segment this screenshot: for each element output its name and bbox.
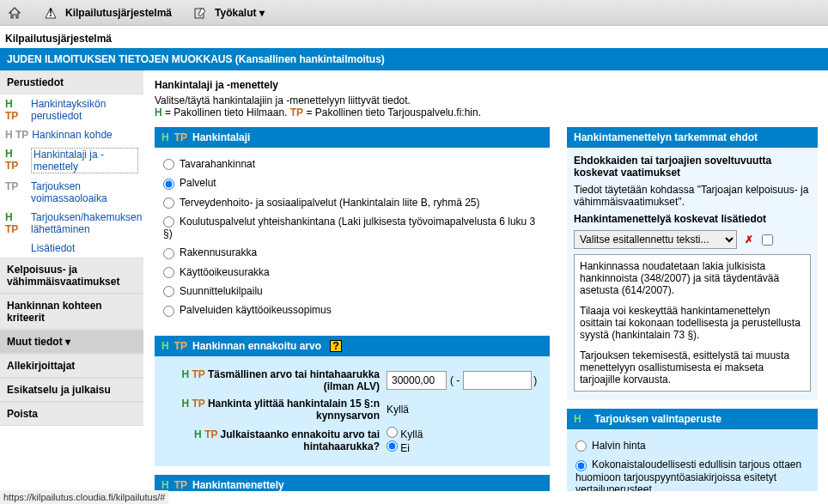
sidebar-item-perustiedot[interactable]: H TP Hankintayksikön perustiedot [0, 94, 143, 125]
breadcrumb: Kilpailutusjärjestelmä [0, 26, 828, 48]
page-title: JUDEN ILMOITUKSEN TIETOJEN MUOKKAUS (Kan… [0, 48, 828, 70]
app-title[interactable]: Kilpailutusjärjestelmä [65, 7, 172, 19]
radio-koulutus[interactable]: Koulutuspalvelut yhteishankintana (Laki … [163, 212, 541, 243]
panel-head-valinta: H Tarjouksen valintaperuste [567, 409, 818, 429]
threshold-value: Kyllä [387, 404, 409, 416]
radio-tavara[interactable]: Tavarahankinnat [163, 155, 541, 173]
radio-rakennus[interactable]: Rakennusurakka [163, 243, 541, 262]
sidebar-section-esik[interactable]: Esikatselu ja julkaisu [0, 378, 143, 402]
valinta-body: Halvin hinta Kokonaistaloudellisesti edu… [567, 429, 818, 491]
sidebar-item-voimassaolo[interactable]: TP Tarjouksen voimassaoloaika [0, 177, 143, 208]
sidebar-section-allek[interactable]: Allekirjoittajat [0, 354, 143, 378]
ehdot-body: Ehdokkaiden tai tarjoajien soveltuvuutta… [567, 148, 818, 400]
alert-icon[interactable]: ! [43, 5, 58, 21]
sidebar-section-poista[interactable]: Poista [0, 402, 143, 426]
svg-text:!: ! [49, 7, 52, 19]
additional-info-textarea[interactable]: Hankinnassa noudatetaan lakia julkisista… [574, 254, 811, 392]
sidebar-item-kohde[interactable]: H TP Hankinnan kohde [0, 125, 143, 144]
preset-text-select[interactable]: Valitse esitallennettu teksti... [574, 230, 737, 249]
publish-no[interactable]: Ei [387, 442, 410, 454]
sidebar-item-label: Hankinnan kohde [32, 129, 112, 141]
status-url: https://kilpailutus.cloudia.fi/kilpailut… [0, 490, 168, 504]
sidebar-section-kriteerit[interactable]: Hankinnan kohteen kriteerit [0, 294, 143, 330]
top-toolbar: ! Kilpailutusjärjestelmä Työkalut ▾ [0, 0, 828, 26]
hankintalaji-options: Tavarahankinnat Palvelut Terveydenhoito-… [155, 148, 550, 327]
help-icon[interactable]: ? [330, 340, 342, 352]
radio-kayttooik[interactable]: Käyttöoikeusurakka [163, 263, 541, 282]
radio-palvelut[interactable]: Palvelut [163, 173, 541, 192]
radio-suunnittelu[interactable]: Suunnittelukilpailu [163, 282, 541, 301]
main-content: Hankintalaji ja -menettely Valitse/täytä… [144, 70, 828, 491]
sidebar-item-label: Hankintalaji ja -menettely [31, 148, 138, 173]
panel-head-hankintalaji: H TP Hankintalaji [155, 127, 550, 148]
radio-kokonaist[interactable]: Kokonaistaloudellisesti edullisin tarjou… [575, 455, 809, 491]
sidebar: Perustiedot H TP Hankintayksikön perusti… [0, 70, 144, 491]
ehdot-sub1: Ehdokkaiden tai tarjoajien soveltuvuutta… [574, 155, 771, 179]
sidebar-item-hankintalaji[interactable]: H TP Hankintalaji ja -menettely [0, 144, 143, 177]
section-title: Hankintalaji ja -menettely [155, 79, 818, 91]
sidebar-section-kelp[interactable]: Kelpoisuus- ja vähimmäisvaatimukset [0, 258, 143, 294]
section-desc: Valitse/täytä hankintalajiin ja -menette… [155, 94, 818, 118]
panel-head-ehdot: Hankintamenettelyn tarkemmat ehdot [567, 127, 818, 148]
sidebar-item-label: Tarjouksen voimassaoloaika [31, 180, 138, 204]
chevron-down-icon: ▾ [65, 336, 70, 348]
sidebar-item-label: Lisätiedot [31, 242, 75, 254]
chevron-down-icon: ▾ [259, 7, 265, 19]
value-range-input[interactable] [463, 371, 532, 390]
ennakoitu-body: H TP Täsmällinen arvo tai hintahaarukka … [155, 356, 550, 466]
ehdot-sub2: Hankintamenettelyä koskevat lisätiedot [574, 213, 766, 225]
radio-halvin[interactable]: Halvin hinta [575, 436, 809, 455]
sidebar-item-label: Tarjouksen/hakemuksen lähettäminen [31, 211, 142, 235]
tools-menu[interactable]: Työkalut ▾ [215, 7, 265, 19]
clear-icon[interactable]: ✗ [745, 234, 753, 246]
edit-icon[interactable] [192, 5, 208, 21]
sidebar-section-perustiedot[interactable]: Perustiedot [0, 70, 143, 94]
home-icon[interactable] [7, 5, 22, 21]
panel-head-menettely: H TP Hankintamenettely [155, 475, 550, 491]
radio-terveys[interactable]: Terveydenhoito- ja sosiaalipalvelut (Han… [163, 193, 541, 212]
preset-checkbox[interactable] [762, 234, 773, 246]
sidebar-section-muut[interactable]: Muut tiedot ▾ [0, 330, 143, 354]
radio-palv-kaytto[interactable]: Palveluiden käyttöoikeussopimus [163, 301, 541, 319]
ehdot-sub1b: Tiedot täytetään kohdassa "Tarjoajan kel… [574, 184, 811, 208]
panel-head-ennakoitu: H TP Hankinnan ennakoitu arvo ? [155, 336, 550, 356]
sidebar-item-lisatiedot[interactable]: Lisätiedot [0, 239, 143, 258]
sidebar-item-label: Hankintayksikön perustiedot [31, 98, 138, 122]
publish-yes[interactable]: Kyllä [387, 428, 423, 440]
value-exact-input[interactable] [387, 371, 447, 390]
sidebar-item-lahettaminen[interactable]: H TP Tarjouksen/hakemuksen lähettäminen [0, 208, 143, 239]
